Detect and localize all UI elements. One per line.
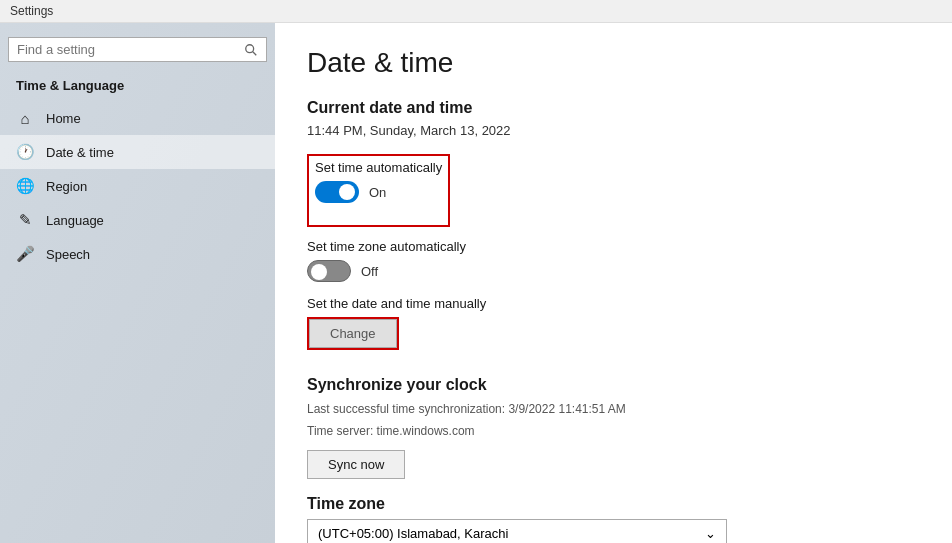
globe-icon: 🌐 [16,177,34,195]
sidebar-item-label-region: Region [46,179,87,194]
search-box[interactable] [8,37,267,62]
sidebar: Time & Language ⌂ Home 🕐 Date & time 🌐 R… [0,23,275,543]
sidebar-item-label-speech: Speech [46,247,90,262]
home-icon: ⌂ [16,109,34,127]
change-button[interactable]: Change [309,319,397,348]
set-timezone-auto-toggle[interactable] [307,260,351,282]
main-content: Date & time Current date and time 11:44 … [275,23,952,543]
section-label: Time & Language [0,74,275,101]
chevron-down-icon: ⌄ [705,526,716,541]
synchronize-heading: Synchronize your clock [307,376,920,394]
set-time-auto-toggle[interactable] [315,181,359,203]
sidebar-item-home[interactable]: ⌂ Home [0,101,275,135]
search-input[interactable] [17,42,244,57]
toggle-slider-on [315,181,359,203]
synchronize-group: Synchronize your clock Last successful t… [307,376,920,479]
set-time-auto-label: Set time automatically [315,160,442,175]
sidebar-item-speech[interactable]: 🎤 Speech [0,237,275,271]
sidebar-item-label-home: Home [46,111,81,126]
time-zone-dropdown[interactable]: (UTC+05:00) Islamabad, Karachi ⌄ [307,519,727,543]
svg-line-1 [253,51,257,55]
language-icon: ✎ [16,211,34,229]
change-button-redbox: Change [307,317,399,350]
time-zone-section: Time zone (UTC+05:00) Islamabad, Karachi… [307,495,920,543]
svg-point-0 [246,44,254,52]
page-title: Date & time [307,47,920,79]
set-time-auto-setting: Set time automatically On [315,160,442,207]
clock-icon: 🕐 [16,143,34,161]
search-icon [244,43,258,57]
set-timezone-auto-row: Off [307,260,920,282]
set-time-auto-row: On [315,181,442,203]
set-timezone-auto-state: Off [361,264,378,279]
sync-now-button[interactable]: Sync now [307,450,405,479]
time-zone-value: (UTC+05:00) Islamabad, Karachi [318,526,508,541]
sidebar-item-date-time[interactable]: 🕐 Date & time [0,135,275,169]
speech-icon: 🎤 [16,245,34,263]
current-date-time-heading: Current date and time [307,99,920,117]
set-manually-label: Set the date and time manually [307,296,920,311]
time-server-text: Time server: time.windows.com [307,422,920,440]
set-timezone-auto-setting: Set time zone automatically Off [307,239,920,282]
sidebar-item-region[interactable]: 🌐 Region [0,169,275,203]
sidebar-item-label-date-time: Date & time [46,145,114,160]
toggle-slider-off [307,260,351,282]
time-zone-label: Time zone [307,495,920,513]
set-manually-setting: Set the date and time manually Change [307,296,920,362]
sidebar-item-label-language: Language [46,213,104,228]
sidebar-item-language[interactable]: ✎ Language [0,203,275,237]
set-timezone-auto-label: Set time zone automatically [307,239,920,254]
set-time-auto-state: On [369,185,386,200]
last-sync-text: Last successful time synchronization: 3/… [307,400,920,418]
app-title: Settings [10,4,53,18]
current-date-time-value: 11:44 PM, Sunday, March 13, 2022 [307,123,920,138]
title-bar: Settings [0,0,952,23]
set-time-automatically-group: Set time automatically On [307,154,450,227]
